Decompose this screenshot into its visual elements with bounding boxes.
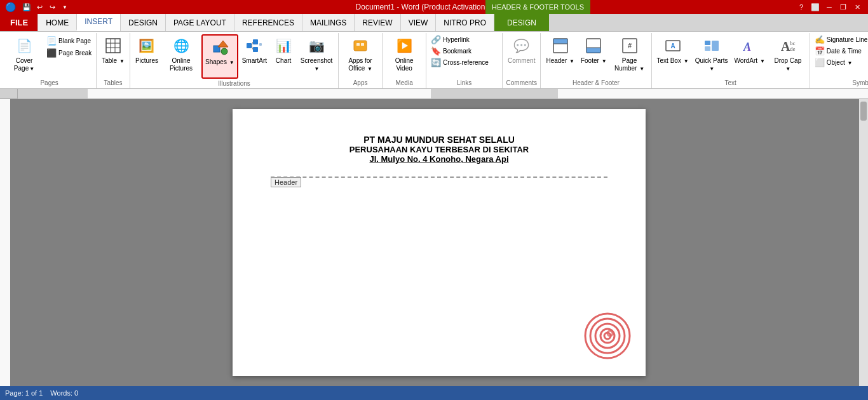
ribbon-display-button[interactable]: ⬜ xyxy=(810,2,821,12)
table-button[interactable]: Table ▼ xyxy=(99,34,127,76)
wordart-button[interactable]: A WordArt ▼ xyxy=(732,34,768,76)
scrollbar-thumb[interactable] xyxy=(860,102,867,121)
ribbon-group-tables: Table ▼ Tables xyxy=(97,33,130,88)
signature-line-button[interactable]: ✍ Signature Line ▼ xyxy=(813,34,868,45)
svg-text:A: A xyxy=(670,43,675,50)
comment-icon: 💬 xyxy=(512,36,532,56)
online-pictures-icon: 🌐 xyxy=(171,36,191,56)
apps-buttons: Apps for Office ▼ xyxy=(341,34,379,78)
media-group-label: Media xyxy=(385,78,423,87)
header-icon xyxy=(550,36,571,56)
symbols-group-label: Symbols xyxy=(813,78,868,87)
header-footer-buttons: Header ▼ Footer ▼ # xyxy=(543,34,648,78)
svg-text:#: # xyxy=(627,42,631,50)
page-number-icon: # xyxy=(620,36,640,56)
apps-for-office-icon xyxy=(350,36,370,56)
page-break-button[interactable]: ⬛ Page Break xyxy=(44,48,93,58)
ribbon: 📄 Cover Page▼ 📃 Blank Page ⬛ Page Break … xyxy=(0,32,868,89)
tab-mailings[interactable]: MAILINGS xyxy=(302,14,355,31)
page-number-button[interactable]: # Page Number ▼ xyxy=(611,34,649,76)
illustrations-buttons: 🖼️ Pictures 🌐 Online Pictures xyxy=(133,34,336,79)
cover-page-button[interactable]: 📄 Cover Page▼ xyxy=(5,34,43,76)
cover-page-icon: 📄 xyxy=(14,36,34,56)
date-time-button[interactable]: 📅 Date & Time xyxy=(813,46,868,57)
bookmark-icon: 🔖 xyxy=(431,46,441,56)
close-button[interactable]: ✕ xyxy=(851,2,863,12)
footer-button[interactable]: Footer ▼ xyxy=(578,34,609,76)
ribbon-group-text: A Text Box ▼ Quick Parts ▼ xyxy=(652,33,810,88)
tables-group-label: Tables xyxy=(99,78,127,87)
scrollbar-v[interactable] xyxy=(859,99,868,386)
svg-rect-35 xyxy=(18,89,88,99)
svg-rect-37 xyxy=(0,99,10,386)
chart-button[interactable]: 📊 Chart xyxy=(271,34,296,76)
tab-review[interactable]: REVIEW xyxy=(354,14,400,31)
svg-rect-8 xyxy=(247,43,252,48)
shapes-button[interactable]: Shapes ▼ xyxy=(203,36,237,77)
tab-view[interactable]: VIEW xyxy=(400,14,437,31)
tab-file[interactable]: FILE xyxy=(0,14,38,31)
help-button[interactable]: ? xyxy=(796,2,807,12)
chart-icon: 📊 xyxy=(273,36,294,56)
smartart-icon xyxy=(244,36,264,56)
word-icon: 🔵 xyxy=(5,2,16,12)
screenshot-button[interactable]: 📷 Screenshot ▼ xyxy=(297,34,336,76)
drop-cap-button[interactable]: A bc de Drop Cap ▼ xyxy=(769,34,807,76)
svg-rect-28 xyxy=(705,46,710,51)
tab-design[interactable]: DESIGN xyxy=(120,14,166,31)
svg-rect-18 xyxy=(553,39,567,44)
hyperlink-icon: 🔗 xyxy=(431,35,441,44)
svg-line-12 xyxy=(252,42,253,46)
ribbon-group-symbols: ✍ Signature Line ▼ 📅 Date & Time ⬜ Objec… xyxy=(810,33,868,88)
title-bar-title: Document1 - Word (Product Activation Fai… xyxy=(71,3,796,11)
apps-for-office-button[interactable]: Apps for Office ▼ xyxy=(341,34,379,76)
wordart-icon: A xyxy=(740,36,760,56)
tab-insert[interactable]: INSERT xyxy=(76,14,121,31)
blank-page-button[interactable]: 📃 Blank Page xyxy=(44,36,93,46)
minimize-button[interactable]: ─ xyxy=(824,2,835,12)
cross-reference-button[interactable]: 🔄 Cross-reference xyxy=(429,57,491,68)
tab-page-layout[interactable]: PAGE LAYOUT xyxy=(165,14,234,31)
object-icon: ⬜ xyxy=(815,58,825,67)
comment-button[interactable]: 💬 Comment xyxy=(505,34,538,76)
vertical-ruler xyxy=(0,99,10,386)
watermark-logo xyxy=(582,310,633,363)
tab-nitro-pro[interactable]: NITRO PRO xyxy=(435,14,494,31)
horizontal-ruler xyxy=(18,89,868,99)
restore-button[interactable]: ❐ xyxy=(837,2,849,12)
ruler-area xyxy=(0,89,868,99)
svg-rect-36 xyxy=(431,89,558,99)
company-address: Jl. Mulyo No. 4 Konoho, Negara Api xyxy=(271,154,607,164)
header-zone: Header xyxy=(271,177,607,180)
cross-reference-icon: 🔄 xyxy=(431,58,441,67)
words-count: Words: 0 xyxy=(50,389,78,397)
online-video-button[interactable]: ▶️ Online Video xyxy=(385,34,423,76)
tab-home[interactable]: HOME xyxy=(37,14,77,31)
svg-rect-27 xyxy=(705,41,710,45)
qat-redo[interactable]: ↪ xyxy=(46,1,58,13)
svg-point-38 xyxy=(585,314,630,358)
tab-references[interactable]: REFERENCES xyxy=(234,14,302,31)
svg-text:A: A xyxy=(781,39,790,53)
qat-undo[interactable]: ↩ xyxy=(34,1,45,13)
comments-buttons: 💬 Comment xyxy=(505,34,538,78)
qat-save[interactable]: 💾 xyxy=(21,1,32,13)
pictures-button[interactable]: 🖼️ Pictures xyxy=(133,34,161,76)
quick-parts-button[interactable]: Quick Parts ▼ xyxy=(693,34,731,76)
qat-customize[interactable]: ▼ xyxy=(59,1,71,13)
header-button[interactable]: Header ▼ xyxy=(543,34,577,76)
smartart-button[interactable]: SmartArt xyxy=(240,34,269,76)
svg-point-7 xyxy=(221,48,227,55)
tab-hf-design[interactable]: DESIGN xyxy=(494,14,549,31)
company-name: PT MAJU MUNDUR SEHAT SELALU xyxy=(271,135,607,145)
document-page: PT MAJU MUNDUR SEHAT SELALU PERUSAHAAN K… xyxy=(233,109,646,376)
svg-rect-29 xyxy=(712,41,719,51)
online-pictures-button[interactable]: 🌐 Online Pictures xyxy=(162,34,200,76)
hyperlink-button[interactable]: 🔗 Hyperlink xyxy=(429,34,491,45)
bookmark-button[interactable]: 🔖 Bookmark xyxy=(429,46,491,57)
pages-group-label: Pages xyxy=(5,78,93,87)
document-area[interactable]: PT MAJU MUNDUR SEHAT SELALU PERUSAHAAN K… xyxy=(10,99,868,386)
ribbon-group-pages: 📄 Cover Page▼ 📃 Blank Page ⬛ Page Break … xyxy=(3,33,97,88)
object-button[interactable]: ⬜ Object ▼ xyxy=(813,57,868,68)
text-box-button[interactable]: A Text Box ▼ xyxy=(654,34,691,76)
